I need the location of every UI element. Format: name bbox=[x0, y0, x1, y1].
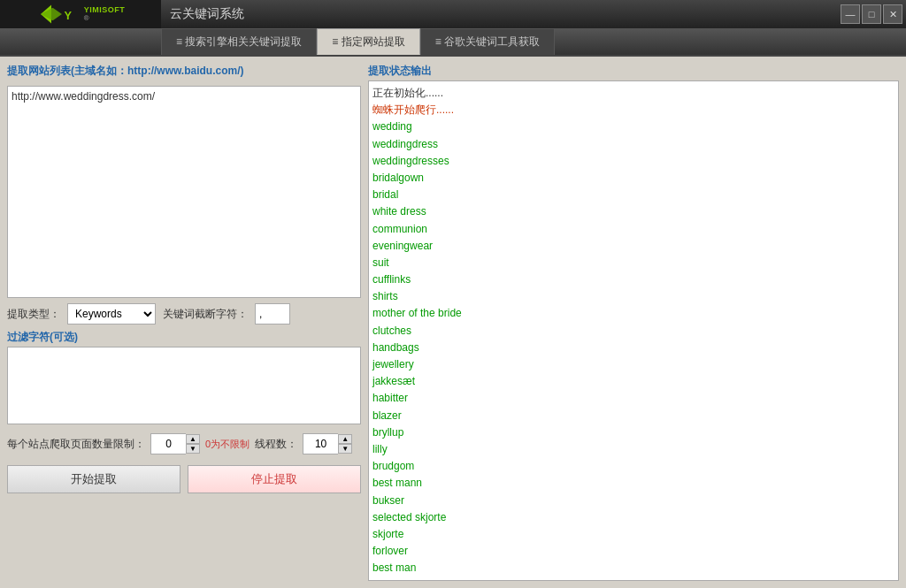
threads-up[interactable]: ▲ bbox=[338, 434, 352, 444]
tab-bar: ≡ 搜索引擎相关关键词提取 ≡ 指定网站提取 ≡ 谷歌关键词工具获取 bbox=[0, 28, 906, 57]
type-select[interactable]: Keywords Links Emails bbox=[67, 303, 156, 325]
url-textarea[interactable]: http://www.weddingdress.com/ bbox=[7, 86, 361, 298]
list-item: bryllup bbox=[372, 424, 894, 441]
svg-marker-1 bbox=[41, 8, 62, 20]
list-item: bukser bbox=[372, 493, 894, 509]
list-item: handbags bbox=[372, 340, 894, 356]
right-panel: 提取状态输出 正在初始化......蜘蛛开始爬行......weddingwed… bbox=[368, 64, 899, 581]
svg-text:Y: Y bbox=[64, 9, 72, 22]
delimiter-label: 关键词截断字符： bbox=[163, 307, 248, 322]
pagecount-input-group: ▲ ▼ bbox=[150, 433, 200, 454]
list-item: bridalgown bbox=[372, 170, 894, 187]
type-label: 提取类型： bbox=[7, 307, 60, 322]
url-input-wrapper: http://www.weddingdress.com/ bbox=[7, 86, 361, 298]
pagecount-down[interactable]: ▼ bbox=[186, 444, 200, 454]
list-item: bridal bbox=[372, 187, 894, 203]
output-label: 提取状态输出 bbox=[368, 64, 899, 79]
list-item: skjorte bbox=[372, 526, 894, 543]
list-item: white dress bbox=[372, 203, 894, 220]
list-item: clutches bbox=[372, 323, 894, 340]
threads-spinner: ▲ ▼ bbox=[338, 434, 352, 454]
list-item: shirts bbox=[372, 288, 894, 305]
list-item: jakkesæt bbox=[372, 373, 894, 390]
minimize-button[interactable]: — bbox=[841, 4, 860, 24]
content-area: 提取网站列表(主域名如：http://www.baidu.com/) http:… bbox=[0, 57, 906, 588]
list-item: blazer bbox=[372, 408, 894, 424]
list-item: wedding bbox=[372, 118, 894, 135]
pagecount-label: 每个站点爬取页面数量限制： bbox=[7, 437, 145, 452]
tab-site[interactable]: ≡ 指定网站提取 bbox=[317, 28, 419, 55]
list-item: lilly bbox=[372, 441, 894, 458]
app-window: Y YIMISOFT ® 云关键词系统 — □ ✕ ≡ 搜索引擎相关关键词提取 … bbox=[0, 0, 906, 588]
pagecount-up[interactable]: ▲ bbox=[186, 434, 200, 444]
logo-block: Y YIMISOFT ® bbox=[0, 0, 161, 28]
list-item: jewellery bbox=[372, 356, 894, 373]
tab-search[interactable]: ≡ 搜索引擎相关关键词提取 bbox=[161, 28, 317, 55]
start-button[interactable]: 开始提取 bbox=[7, 465, 180, 493]
maximize-button[interactable]: □ bbox=[862, 4, 881, 24]
list-item: brudgom bbox=[372, 458, 894, 475]
logo-icon: Y bbox=[36, 4, 81, 25]
list-item: cufflinks bbox=[372, 271, 894, 288]
list-item: 正在初始化...... bbox=[372, 85, 894, 102]
action-buttons: 开始提取 停止提取 bbox=[7, 465, 361, 493]
list-item: 蜘蛛开始爬行...... bbox=[372, 102, 894, 118]
pagecount-hint: 0为不限制 bbox=[205, 438, 250, 451]
logo-tagline: ® bbox=[84, 15, 126, 23]
list-item: suit bbox=[372, 255, 894, 271]
threads-input-group: ▲ ▼ bbox=[303, 433, 352, 454]
type-row: 提取类型： Keywords Links Emails 关键词截断字符： bbox=[7, 303, 361, 325]
list-item: weddingdresses bbox=[372, 153, 894, 170]
filter-textarea[interactable] bbox=[7, 347, 361, 424]
pagecount-row: 每个站点爬取页面数量限制： ▲ ▼ 0为不限制 线程数： ▲ ▼ bbox=[7, 433, 361, 454]
window-controls: — □ ✕ bbox=[841, 4, 906, 24]
list-item: best mann bbox=[372, 475, 894, 492]
list-item: forlover bbox=[372, 543, 894, 560]
output-list[interactable]: 正在初始化......蜘蛛开始爬行......weddingweddingdre… bbox=[368, 80, 899, 581]
list-item: selected skjorte bbox=[372, 509, 894, 526]
title-bar: Y YIMISOFT ® 云关键词系统 — □ ✕ bbox=[0, 0, 906, 28]
stop-button[interactable]: 停止提取 bbox=[188, 465, 361, 493]
list-item: mother of the bride bbox=[372, 305, 894, 322]
tab-google[interactable]: ≡ 谷歌关键词工具获取 bbox=[420, 28, 555, 55]
app-title: 云关键词系统 bbox=[161, 6, 841, 22]
filter-label: 过滤字符(可选) bbox=[7, 330, 361, 345]
list-item: eveningwear bbox=[372, 238, 894, 255]
filter-section: 过滤字符(可选) bbox=[7, 330, 361, 424]
left-panel: 提取网站列表(主域名如：http://www.baidu.com/) http:… bbox=[7, 64, 361, 581]
threads-input[interactable] bbox=[303, 433, 338, 454]
pagecount-spinner: ▲ ▼ bbox=[186, 434, 200, 454]
close-button[interactable]: ✕ bbox=[883, 4, 902, 24]
delimiter-input[interactable] bbox=[255, 303, 290, 325]
list-item: best man bbox=[372, 560, 894, 577]
logo-name: YIMISOFT bbox=[84, 6, 126, 15]
list-item: communion bbox=[372, 221, 894, 238]
pagecount-input[interactable] bbox=[150, 433, 186, 454]
list-item: weddingdress bbox=[372, 136, 894, 153]
threads-down[interactable]: ▼ bbox=[338, 444, 352, 454]
list-item: habitter bbox=[372, 390, 894, 407]
url-section-label: 提取网站列表(主域名如：http://www.baidu.com/) bbox=[7, 64, 361, 79]
threads-label: 线程数： bbox=[255, 437, 297, 452]
